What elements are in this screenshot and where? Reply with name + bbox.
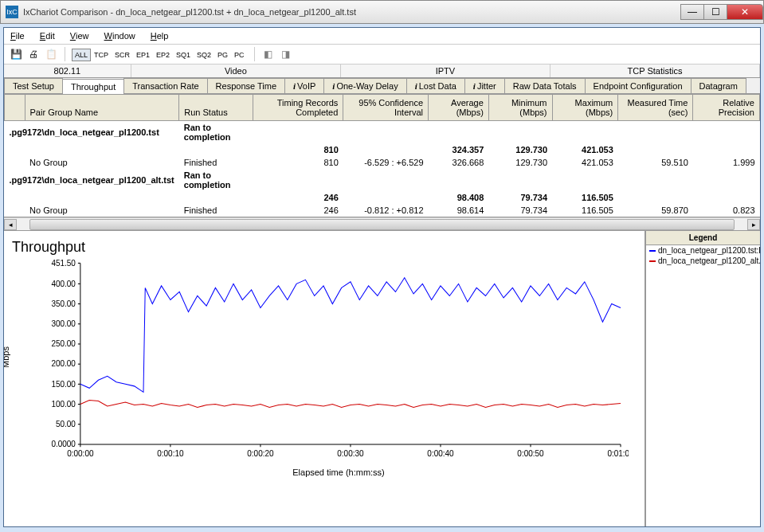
col-header[interactable]: Relative Precision <box>693 95 760 121</box>
x-axis-label: Elapsed time (h:mm:ss) <box>41 467 637 477</box>
tab-one-way-delay[interactable]: iOne-Way Delay <box>323 78 406 93</box>
tab-lost-data[interactable]: iLost Data <box>406 78 465 93</box>
filter-ep2[interactable]: EP2 <box>153 49 173 61</box>
chart-pane: Throughput Mbps 0.000050.00100.00150.002… <box>4 231 645 526</box>
menu-file[interactable]: File <box>10 31 25 41</box>
tab-voip[interactable]: iVoIP <box>284 78 324 93</box>
close-button[interactable]: ✕ <box>727 4 763 20</box>
minimize-button[interactable]: — <box>680 4 704 20</box>
svg-text:0:01:00: 0:01:00 <box>607 449 629 458</box>
app-icon: IxC <box>6 6 18 18</box>
table-row[interactable]: No GroupFinished246-0.812 : +0.81298.614… <box>5 204 760 217</box>
titlebar: IxC IxChariot Comparison - dn_loca_netge… <box>0 0 764 24</box>
col-header[interactable]: Pair Group Name <box>25 95 179 121</box>
cat-iptv[interactable]: IPTV <box>341 65 550 77</box>
svg-text:0.0000: 0.0000 <box>51 440 76 448</box>
legend-item[interactable]: dn_loca_netgear_pl1200.tst:Pair 1 <box>646 245 760 256</box>
table-row[interactable]: No GroupFinished810-6.529 : +6.529326.66… <box>5 156 760 169</box>
tab-throughput[interactable]: Throughput <box>62 79 124 94</box>
misc-icon-1[interactable]: ◧ <box>261 47 276 61</box>
col-header[interactable]: Maximum (Mbps) <box>552 95 618 121</box>
svg-text:100.00: 100.00 <box>51 399 76 408</box>
data-table-wrap: Pair Group NameRun StatusTiming Records … <box>4 94 760 217</box>
filter-ep1[interactable]: EP1 <box>133 49 153 61</box>
col-header[interactable]: Measured Time (sec) <box>618 95 693 121</box>
filter-scr[interactable]: SCR <box>112 49 133 61</box>
col-header[interactable]: Run Status <box>179 95 253 121</box>
menubar: File Edit View Window Help <box>4 28 760 45</box>
svg-text:0:00:00: 0:00:00 <box>67 449 93 458</box>
chart-area: Throughput Mbps 0.000050.00100.00150.002… <box>4 230 760 526</box>
y-axis-label: Mbps <box>4 346 10 368</box>
filter-sq1[interactable]: SQ1 <box>173 49 194 61</box>
tab-transaction-rate[interactable]: Transaction Rate <box>123 78 207 93</box>
save-icon[interactable]: 💾 <box>9 47 23 61</box>
svg-text:0:00:10: 0:00:10 <box>157 449 183 458</box>
table-row[interactable]: 24698.40879.734116.505 <box>5 191 760 204</box>
legend-item[interactable]: dn_loca_netgear_pl1200_alt.tst:P <box>646 256 760 266</box>
svg-text:400.00: 400.00 <box>51 279 76 288</box>
svg-text:50.00: 50.00 <box>56 420 76 428</box>
menu-view[interactable]: View <box>70 31 89 41</box>
chart-title: Throughput <box>12 239 637 256</box>
col-header[interactable]: Average (Mbps) <box>429 95 489 121</box>
tab-raw-data-totals[interactable]: Raw Data Totals <box>504 78 586 93</box>
cat-video[interactable]: Video <box>131 65 341 77</box>
misc-icon-2[interactable]: ◨ <box>279 47 293 61</box>
svg-text:0:00:40: 0:00:40 <box>427 449 453 458</box>
menu-edit[interactable]: Edit <box>40 31 55 41</box>
svg-text:0:00:50: 0:00:50 <box>517 449 543 458</box>
tab-row: Test SetupThroughputTransaction RateResp… <box>4 78 760 94</box>
svg-text:0:00:30: 0:00:30 <box>337 449 363 458</box>
svg-text:0:00:20: 0:00:20 <box>247 449 273 458</box>
toolbar: 💾 🖨 📋 ALLTCPSCREP1EP2SQ1SQ2PGPC ◧ ◨ <box>4 45 760 65</box>
svg-text:451.50: 451.50 <box>51 259 76 268</box>
copy-icon[interactable]: 📋 <box>44 47 58 61</box>
menu-window[interactable]: Window <box>104 31 135 41</box>
filter-sq2[interactable]: SQ2 <box>194 49 214 61</box>
col-header[interactable]: 95% Confidence Interval <box>343 95 429 121</box>
table-row[interactable]: .pg9172\dn_loca_netgear_pl1200.tstRan to… <box>5 121 760 144</box>
menu-help[interactable]: Help <box>151 31 169 41</box>
filter-all[interactable]: ALL <box>72 49 91 61</box>
legend-pane: Legend dn_loca_netgear_pl1200.tst:Pair 1… <box>645 231 760 526</box>
table-row[interactable]: 810324.357129.730421.053 <box>5 143 760 156</box>
legend-title: Legend <box>646 231 760 245</box>
tab-jitter[interactable]: iJitter <box>464 78 505 93</box>
col-header[interactable]: Timing Records Completed <box>253 95 343 121</box>
svg-text:300.00: 300.00 <box>51 319 76 328</box>
print-icon[interactable]: 🖨 <box>26 47 41 61</box>
svg-text:150.00: 150.00 <box>51 379 76 388</box>
scroll-left-arrow[interactable]: ◂ <box>4 219 17 230</box>
chart-plot: 0.000050.00100.00150.00200.00250.00300.0… <box>41 259 629 466</box>
tab-response-time[interactable]: Response Time <box>207 78 285 93</box>
col-header[interactable]: Minimum (Mbps) <box>488 95 552 121</box>
cat-tcpstats[interactable]: TCP Statistics <box>550 65 760 77</box>
data-table: Pair Group NameRun StatusTiming Records … <box>4 94 760 217</box>
scroll-thumb[interactable] <box>29 219 735 230</box>
table-row[interactable]: .pg9172\dn_loca_netgear_pl1200_alt.tstRa… <box>5 169 760 191</box>
window-title: IxChariot Comparison - dn_loca_netgear_p… <box>23 7 681 17</box>
tab-endpoint-configuration[interactable]: Endpoint Configuration <box>585 78 692 93</box>
tab-test-setup[interactable]: Test Setup <box>4 78 63 93</box>
category-row: 802.11 Video IPTV TCP Statistics <box>4 65 760 78</box>
maximize-button[interactable]: ☐ <box>703 4 727 20</box>
filter-pg[interactable]: PG <box>214 49 231 61</box>
h-scrollbar[interactable]: ◂ ▸ <box>4 217 760 230</box>
filter-tcp[interactable]: TCP <box>91 49 112 61</box>
col-header[interactable] <box>5 95 25 121</box>
filter-pc[interactable]: PC <box>231 49 248 61</box>
svg-text:200.00: 200.00 <box>51 359 76 368</box>
cat-80211[interactable]: 802.11 <box>4 65 131 77</box>
svg-text:350.00: 350.00 <box>51 299 76 307</box>
tab-datagram[interactable]: Datagram <box>691 78 746 93</box>
svg-text:250.00: 250.00 <box>51 339 76 348</box>
scroll-right-arrow[interactable]: ▸ <box>747 219 760 230</box>
